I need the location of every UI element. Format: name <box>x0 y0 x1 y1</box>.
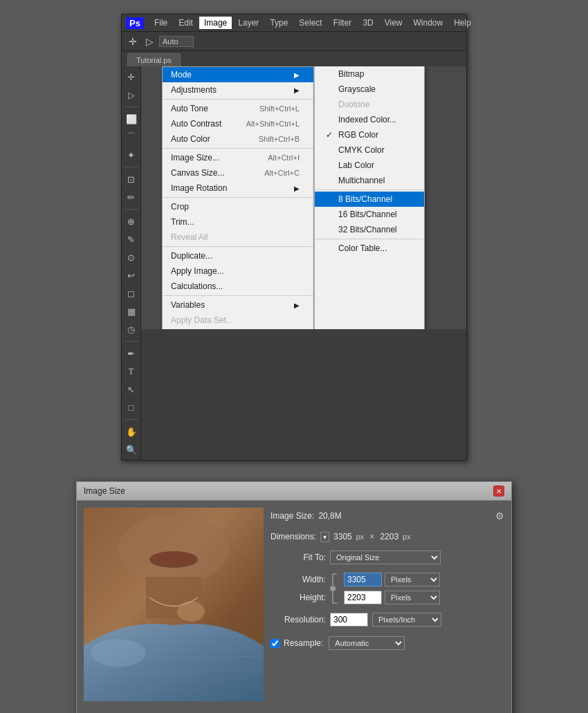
resample-row: Resample: Automatic <box>270 635 504 651</box>
mode-cmyk-color[interactable]: CMYK Color <box>315 142 424 158</box>
menu-image[interactable]: Image <box>199 17 232 29</box>
height-input[interactable] <box>344 591 382 604</box>
path-selection[interactable]: ↖ <box>124 382 139 397</box>
mode-lab-color[interactable]: Lab Color <box>315 158 424 173</box>
menu-view[interactable]: View <box>380 17 407 29</box>
menu-item-auto-tone[interactable]: Auto Tone Shift+Ctrl+L <box>163 101 313 116</box>
healing-brush[interactable]: ⊕ <box>124 214 139 229</box>
height-unit-select[interactable]: Pixels <box>385 591 440 604</box>
width-label: Width: <box>302 575 326 584</box>
image-size-dialog: Image Size ✕ <box>76 481 512 713</box>
history-brush[interactable]: ↩ <box>124 268 139 283</box>
zoom-tool[interactable]: 🔍 <box>124 442 139 457</box>
dialog-close-button[interactable]: ✕ <box>493 485 504 497</box>
clone-tool[interactable]: ⊙ <box>124 250 139 265</box>
dialog-body: Image Size: 20,8M ⚙ Dimensions: ▾ 3305 p… <box>77 501 511 708</box>
gradient-tool[interactable]: ▦ <box>124 304 139 319</box>
type-tool[interactable]: T <box>124 364 139 379</box>
shape-tool[interactable]: □ <box>124 400 139 415</box>
menu-select[interactable]: Select <box>294 17 327 29</box>
mode-multichannel[interactable]: Multichannel <box>315 173 424 188</box>
marquee-tool[interactable]: ⬜ <box>124 111 139 127</box>
resolution-input[interactable] <box>330 613 368 627</box>
menu-item-apply-data-set: Apply Data Set... <box>163 313 313 328</box>
eraser-tool[interactable]: ◻ <box>124 286 139 301</box>
menu-edit[interactable]: Edit <box>174 17 198 29</box>
menu-item-image-size[interactable]: Image Size... Alt+Ctrl+I <box>163 150 313 165</box>
image-size-value: 20,8M <box>318 511 341 521</box>
canvas-area: Mode ▶ Adjustments ▶ Auto Tone Shift+Ctr… <box>141 66 466 329</box>
mode-32bits[interactable]: 32 Bits/Channel <box>315 222 424 237</box>
mode-bitmap[interactable]: Bitmap <box>315 66 424 82</box>
mode-grayscale[interactable]: Grayscale <box>315 82 424 97</box>
expand-icon[interactable]: ▷ <box>124 87 139 102</box>
fit-to-label: Fit To: <box>270 553 326 562</box>
dimensions-row: Dimensions: ▾ 3305 px × 2203 px <box>270 528 504 545</box>
menu-item-duplicate[interactable]: Duplicate... <box>163 248 313 263</box>
image-size-row: Image Size: 20,8M ⚙ <box>270 508 504 524</box>
menu-file[interactable]: File <box>149 17 172 29</box>
dropdown-container: Mode ▶ Adjustments ▶ Auto Tone Shift+Ctr… <box>162 66 425 329</box>
resample-select[interactable]: Automatic <box>329 636 405 650</box>
menu-help[interactable]: Help <box>449 17 476 29</box>
menu-item-reveal-all: Reveal All <box>163 230 313 245</box>
dimensions-unit-dropdown[interactable]: ▾ <box>320 532 329 542</box>
dimensions-x: × <box>369 532 374 541</box>
mode-8bits[interactable]: 8 Bits/Channel <box>315 192 424 207</box>
fit-to-select[interactable]: Original Size <box>330 550 441 564</box>
menu-bar: Ps File Edit Image Layer Type Select Fil… <box>122 15 466 32</box>
menu-item-trim[interactable]: Trim... <box>163 214 313 230</box>
lasso-tool[interactable]: ⌒ <box>124 129 139 145</box>
options-bar: ✛ ▷ Auto <box>122 32 466 51</box>
move-tool[interactable]: ✛ <box>124 69 139 84</box>
tab-bar: Tutorial.ps <box>122 51 466 66</box>
auto-text: Auto <box>159 36 194 47</box>
svg-text:⊟: ⊟ <box>331 586 335 591</box>
menu-type[interactable]: Type <box>265 17 293 29</box>
menu-item-crop[interactable]: Crop <box>163 199 313 214</box>
dodge-tool[interactable]: ◷ <box>124 322 139 337</box>
move-tool-icon[interactable]: ✛ <box>126 36 140 47</box>
image-preview <box>84 508 264 701</box>
mode-indexed-color[interactable]: Indexed Color... <box>315 112 424 127</box>
resample-checkbox[interactable] <box>270 639 279 648</box>
menu-item-apply-image[interactable]: Apply Image... <box>163 263 313 279</box>
resolution-unit-select[interactable]: Pixels/Inch <box>372 613 441 627</box>
wand-tool[interactable]: ✦ <box>124 147 139 163</box>
menu-item-canvas-size[interactable]: Canvas Size... Alt+Ctrl+C <box>163 165 313 180</box>
hand-tool[interactable]: ✋ <box>124 424 139 439</box>
main-area: ✛ ▷ ⬜ ⌒ ✦ ⊡ ✏ ⊕ ✎ ⊙ ↩ ◻ ▦ ◷ ✒ T ↖ □ ✋ 🔍 <box>122 66 466 460</box>
mode-color-table[interactable]: Color Table... <box>315 241 424 256</box>
dialog-title: Image Size <box>84 486 125 496</box>
menu-item-mode[interactable]: Mode ▶ <box>163 67 313 82</box>
menu-item-adjustments[interactable]: Adjustments ▶ <box>163 82 313 98</box>
dimensions-unit1: px <box>356 533 365 541</box>
svg-point-3 <box>153 552 194 563</box>
eyedropper-tool[interactable]: ✏ <box>124 189 139 205</box>
gear-icon[interactable]: ⚙ <box>495 510 504 521</box>
width-input[interactable] <box>344 573 382 586</box>
options-icon[interactable]: ▷ <box>143 36 156 47</box>
svg-point-1 <box>118 515 229 584</box>
menu-item-auto-color[interactable]: Auto Color Shift+Ctrl+B <box>163 131 313 147</box>
mode-rgb-color[interactable]: RGB Color <box>315 127 424 142</box>
menu-filter[interactable]: Filter <box>329 17 357 29</box>
menu-item-auto-contrast[interactable]: Auto Contrast Alt+Shift+Ctrl+L <box>163 116 313 131</box>
svg-point-7 <box>177 601 205 622</box>
crop-tool[interactable]: ⊡ <box>124 172 139 187</box>
width-unit-select[interactable]: Pixels <box>385 573 440 586</box>
file-tab[interactable]: Tutorial.ps <box>127 53 181 66</box>
menu-window[interactable]: Window <box>409 17 448 29</box>
photoshop-window: Ps File Edit Image Layer Type Select Fil… <box>121 14 467 461</box>
brush-tool[interactable]: ✎ <box>124 232 139 247</box>
menu-item-variables[interactable]: Variables ▶ <box>163 297 313 313</box>
dialog-form: Image Size: 20,8M ⚙ Dimensions: ▾ 3305 p… <box>270 508 504 701</box>
mode-16bits[interactable]: 16 Bits/Channel <box>315 207 424 222</box>
menu-item-calculations[interactable]: Calculations... <box>163 279 313 294</box>
left-toolbar: ✛ ▷ ⬜ ⌒ ✦ ⊡ ✏ ⊕ ✎ ⊙ ↩ ◻ ▦ ◷ ✒ T ↖ □ ✋ 🔍 <box>122 66 141 460</box>
menu-3d[interactable]: 3D <box>358 17 378 29</box>
dialog-buttons: OK Cancel <box>77 708 511 713</box>
menu-layer[interactable]: Layer <box>233 17 264 29</box>
pen-tool[interactable]: ✒ <box>124 346 139 361</box>
menu-item-image-rotation[interactable]: Image Rotation ▶ <box>163 180 313 196</box>
